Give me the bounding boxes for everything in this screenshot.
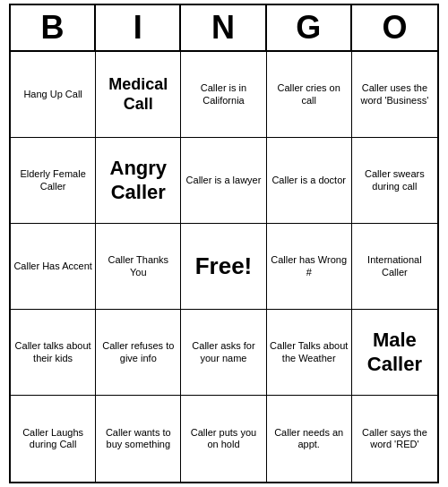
bingo-cell-13: Caller has Wrong # <box>267 224 352 310</box>
header-letter-n: N <box>181 5 266 50</box>
bingo-cell-19: Male Caller <box>352 310 437 396</box>
bingo-cell-22: Caller puts you on hold <box>181 396 266 482</box>
bingo-cell-0: Hang Up Call <box>11 52 96 138</box>
bingo-cell-18: Caller Talks about the Weather <box>267 310 352 396</box>
bingo-card: BINGO Hang Up CallMedical CallCaller is … <box>9 4 439 483</box>
bingo-cell-15: Caller talks about their kids <box>11 310 96 396</box>
bingo-cell-14: International Caller <box>352 224 437 310</box>
bingo-cell-20: Caller Laughs during Call <box>11 396 96 482</box>
bingo-cell-24: Caller says the word 'RED' <box>352 396 437 482</box>
bingo-cell-8: Caller is a doctor <box>267 138 352 224</box>
bingo-cell-21: Caller wants to buy something <box>96 396 181 482</box>
bingo-header: BINGO <box>11 5 437 52</box>
bingo-cell-7: Caller is a lawyer <box>181 138 266 224</box>
bingo-grid: Hang Up CallMedical CallCaller is in Cal… <box>11 52 437 482</box>
header-letter-g: G <box>267 5 352 50</box>
bingo-cell-3: Caller cries on call <box>267 52 352 138</box>
header-letter-o: O <box>352 5 437 50</box>
header-letter-i: I <box>96 5 181 50</box>
bingo-cell-10: Caller Has Accent <box>11 224 96 310</box>
bingo-cell-16: Caller refuses to give info <box>96 310 181 396</box>
bingo-cell-17: Caller asks for your name <box>181 310 266 396</box>
header-letter-b: B <box>11 5 96 50</box>
bingo-cell-11: Caller Thanks You <box>96 224 181 310</box>
bingo-cell-5: Elderly Female Caller <box>11 138 96 224</box>
bingo-cell-6: Angry Caller <box>96 138 181 224</box>
bingo-cell-4: Caller uses the word 'Business' <box>352 52 437 138</box>
bingo-cell-2: Caller is in California <box>181 52 266 138</box>
bingo-cell-23: Caller needs an appt. <box>267 396 352 482</box>
bingo-cell-1: Medical Call <box>96 52 181 138</box>
bingo-cell-9: Caller swears during call <box>352 138 437 224</box>
bingo-cell-12: Free! <box>181 224 266 310</box>
